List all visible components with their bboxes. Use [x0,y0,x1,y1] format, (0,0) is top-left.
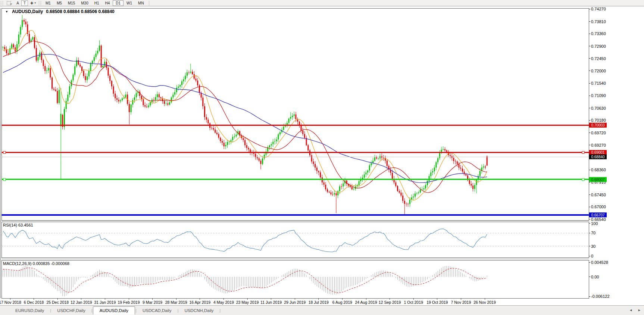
candle-body [246,145,247,148]
candle-body [231,140,232,141]
timeframe-button-group: M1M5M15M30H1H4D1W1MN [43,0,147,6]
date-label: 19 Feb 2019 [118,300,140,305]
price-badge-0.68007: 0.68007 [589,177,607,182]
candle-body [204,106,205,117]
tab-separator: | [91,308,93,313]
timeframe-button-M5[interactable]: M5 [54,0,65,6]
candle-body [115,94,116,98]
tab-eurusd-daily[interactable]: EURUSD,Daily [10,307,50,314]
price-axis-label: 0.72900 [591,44,606,49]
pane-separator[interactable] [1,258,589,260]
letter-t-glyph: T [24,1,26,5]
candle-body [439,153,440,158]
candle-body [164,101,165,104]
candle-body [32,37,33,40]
timeframe-button-MN[interactable]: MN [135,0,147,6]
price-axis-label: 0.67450 [591,193,606,197]
candle-body [159,94,160,97]
candle-body [257,158,258,158]
dropdown-arrow-icon[interactable]: ▾ [34,1,36,4]
candle-body [404,201,405,204]
timeframe-button-W1[interactable]: W1 [124,0,135,6]
price-axis-label: 0.70630 [591,106,606,110]
date-label: 6 Aug 2019 [332,300,352,305]
annotate-a-icon[interactable]: A [14,0,21,6]
toolbar-grip-2[interactable] [39,1,41,5]
candle-body [248,148,249,149]
collapse-triangle-icon[interactable]: ▼ [5,10,8,13]
candle-body [178,87,179,88]
candle-body [41,53,42,60]
timeframe-button-D1[interactable]: D1 [113,0,124,6]
candle-body [460,168,461,168]
candle-body [169,102,170,105]
candle-body [450,155,451,156]
candle-body [18,34,19,44]
cursor-tool-icon[interactable]: ✚ ▾ [28,0,38,6]
price-axis-label: 0.71540 [591,81,606,85]
timeframe-button-H4[interactable]: H4 [102,0,113,6]
candle-body [25,22,26,25]
candle-body [359,181,360,185]
candle-body [229,142,230,142]
scroll-left-icon[interactable]: ◄ [629,308,632,312]
chart-canvas[interactable]: 0.742700.738100.733600.729000.724500.720… [0,6,644,305]
text-tool-icon[interactable]: T [21,0,28,6]
candle-body [292,116,293,117]
date-label: 26 Nov 2019 [473,300,496,305]
candle-body [383,158,384,158]
pane-separator[interactable] [1,221,589,221]
chart-shift-icon[interactable]: F [4,0,14,6]
timeframe-button-M15[interactable]: M15 [65,0,78,6]
candle-body [109,76,110,81]
candle-body [437,158,438,162]
resistance-line-0-69001-handle-left[interactable] [3,151,6,153]
candle-body [329,192,330,193]
grid-sub-label: F [10,3,12,6]
price-badge-0.69001-text: 0.69001 [591,150,605,155]
date-label: 31 Jan 2019 [94,300,116,305]
support-line-0-68007-handle-right[interactable] [582,178,584,181]
candle-body [108,68,109,76]
candle-body [79,65,81,66]
candle-body [124,97,125,98]
tab-usdcad-daily[interactable]: USDCAD,Daily [137,307,177,314]
timeframe-button-H1[interactable]: H1 [91,0,102,6]
price-pane [1,8,589,220]
scroll-right-icon[interactable]: ► [638,308,641,312]
candle-body [453,158,454,161]
candle-body [285,126,286,127]
price-badge-0.66707: 0.66707 [589,212,607,217]
candle-body [444,149,446,150]
candle-body [423,188,425,190]
tab-usdcnh-daily[interactable]: USDCNH,Daily [179,307,219,314]
support-line-0-68007-handle-left[interactable] [3,178,6,181]
candle-body [88,71,90,77]
price-badge-0.66707-text: 0.66707 [591,213,605,217]
tab-audusd-daily[interactable]: AUDUSD,Daily [93,306,135,315]
candle-body [122,99,123,100]
tab-usdchf-daily[interactable]: USDCHF,Daily [51,307,91,314]
candle-body [376,158,377,159]
chart-title: ▼ AUDUSD,Daily 0.68508 0.68884 0.68506 0… [5,9,115,14]
candle-body [318,171,319,172]
candle-body [85,76,86,80]
resistance-line-0-69001-handle-right[interactable] [582,151,584,153]
candle-body [144,105,146,107]
candle-body [365,172,366,174]
candle-body [415,194,416,197]
candle-body [290,117,291,118]
candle-body [81,66,82,71]
timeframe-button-M1[interactable]: M1 [43,0,54,6]
candle-body [183,79,184,81]
candle-body [315,164,316,168]
candle-body [387,160,388,166]
candle-body [250,149,251,152]
candle-body [99,46,100,51]
candle-body [232,137,233,140]
candle-body [113,86,114,94]
candle-body [272,142,273,144]
candle-body [485,166,486,167]
toolbar-grip[interactable] [1,1,3,5]
timeframe-button-M30[interactable]: M30 [78,0,91,6]
